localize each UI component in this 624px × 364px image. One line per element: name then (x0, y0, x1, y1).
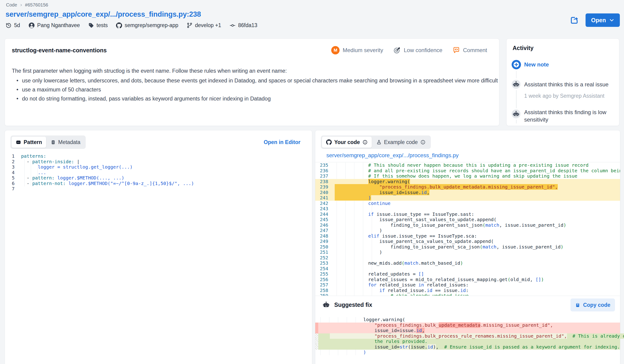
meta-branch: develop +1 (187, 22, 221, 28)
line-number: 250 (315, 244, 332, 250)
diff-line-add: the rules provided. (315, 339, 620, 344)
finding-card: structlog-event-name-conventions M Mediu… (5, 38, 499, 126)
code-line: 258 if related_issue.id == issue.id: (315, 288, 620, 293)
robot-icon (322, 301, 330, 309)
page-title[interactable]: server/semgrep_app/core_exp/.../process_… (5, 10, 201, 19)
tab-example-code[interactable]: Example code (372, 137, 430, 148)
line-number: 252 (315, 255, 332, 261)
comment-code-icon (453, 47, 460, 54)
code-line: 6 - pattern-not: logger.$METHOD("=~/^[0-… (5, 181, 312, 186)
activity-item-label: Assistant thinks this is a real issue (524, 81, 608, 88)
suggested-fix-title: Suggested fix (334, 302, 372, 308)
meta-author: Pang Nganthavee (28, 22, 80, 28)
mode-badge: Comment (453, 47, 487, 54)
line-number: 239 (315, 184, 332, 190)
confidence-badge: Low confidence (393, 47, 442, 54)
code-line: 235 # This should never happen because t… (315, 162, 620, 168)
line-number: 235 (315, 162, 332, 168)
code-line: 253 new_mids.add(match.match_based_id) (315, 260, 620, 266)
severity-medium-icon: M (331, 46, 339, 54)
line-number: 1 (5, 154, 18, 159)
breadcrumb-id: #65760156 (25, 2, 48, 8)
line-number: 237 (315, 173, 332, 179)
diff-line-add: issue_id=str(issue.id), # Ensure issue_i… (315, 344, 620, 350)
tab-your-code[interactable]: Your code (322, 137, 372, 148)
info-icon[interactable] (363, 140, 367, 145)
line-number: 247 (315, 228, 332, 234)
code-tab-group: Your code Example code (321, 135, 431, 149)
share-icon[interactable] (570, 16, 579, 25)
your-code-viewport[interactable]: 235 # This should never happen because t… (315, 162, 620, 296)
finding-rule-item: use a maximum of 50 characters (16, 87, 498, 93)
code-line: 1patterns: (5, 154, 312, 159)
line-number: 256 (315, 277, 332, 283)
code-line: 254 (315, 266, 620, 272)
line-number: 238 (315, 179, 332, 184)
your-code-lines: 235 # This should never happen because t… (315, 162, 620, 296)
code-line: 247 ) (315, 228, 620, 234)
code-line: 3 logger = structlog.get_logger(...) (5, 164, 312, 170)
diff-line-add: "process_findings.bulk_process_rule_rena… (315, 334, 620, 339)
file-link[interactable]: server/semgrep_app/core_exp/.../process_… (326, 152, 459, 159)
tab-pattern[interactable]: Pattern (12, 137, 46, 148)
meta-age: 5d (5, 22, 20, 28)
finding-description: The first parameter when logging with st… (12, 68, 489, 74)
tab-metadata[interactable]: Metadata (47, 137, 84, 148)
meta-commit: 86fda13 (230, 22, 257, 28)
new-note-link[interactable]: New note (524, 61, 549, 68)
activity-item-timestamp: 1 week ago by Semgrep Assistant (524, 93, 604, 99)
info-icon[interactable] (420, 140, 425, 145)
code-line: 242 continue (315, 201, 620, 206)
activity-title: Activity (513, 45, 533, 52)
header-actions: Open (570, 13, 620, 27)
line-number: 253 (315, 260, 332, 266)
tag-icon (88, 23, 94, 28)
code-line: 243 (315, 206, 620, 212)
robot-icon (511, 79, 521, 89)
open-in-editor-link[interactable]: Open in Editor (264, 139, 300, 145)
activity-item-label: Assistant thinks this finding is low sen… (524, 109, 612, 123)
chevron-down-icon (609, 18, 614, 23)
code-line: 256 related_issues = mid_to_related_issu… (315, 277, 620, 283)
code-line: 249 issue_parent_sca_values_to_update.ap… (315, 239, 620, 244)
code-line: 252 (315, 255, 620, 261)
diff-line-ctx: ) (315, 350, 620, 355)
code-line: 2 - pattern-inside: | (5, 159, 312, 165)
code-line: 244 if issue.issue_type == IssueType.sas… (315, 212, 620, 217)
line-number: 244 (315, 212, 332, 217)
git-commit-icon (230, 23, 235, 28)
copy-code-button[interactable]: Copy code (571, 298, 615, 312)
line-number: 259 (315, 293, 332, 296)
chevron-right-icon (20, 3, 23, 7)
code-line: 255 related_updates = [] (315, 271, 620, 277)
line-number: 2 (5, 159, 18, 165)
flask-icon (376, 139, 382, 145)
code-line: 245 issue_parent_sast_values_to_update.a… (315, 217, 620, 223)
line-number: 258 (315, 288, 332, 293)
meta-repo[interactable]: semgrep/semgrep-app (116, 22, 178, 28)
breadcrumb-code[interactable]: Code (6, 2, 17, 8)
finding-badges: M Medium severity Low confidence Comment (331, 46, 487, 54)
robot-icon (511, 109, 521, 119)
activity-panel: Activity New note Assistant thinks this … (506, 38, 619, 126)
finding-rules-list: use only lowercase letters, underscores,… (16, 78, 498, 105)
pattern-tab-group: Pattern Metadata (10, 135, 86, 149)
plus-circle-icon[interactable] (511, 59, 521, 70)
suggested-fix-lines: logger.warning( "process_findings.bulk_u… (315, 317, 620, 355)
code-line: 237 # If this somehow does happen, we lo… (315, 173, 620, 179)
line-number: 5 (5, 175, 18, 181)
line-number: 257 (315, 282, 332, 288)
line-number: 254 (315, 266, 332, 272)
metadata-icon (51, 140, 55, 145)
code-line: 240 issue_id=issue.id, (315, 190, 620, 195)
diff-line-ctx: logger.warning( (315, 317, 620, 323)
history-icon (5, 23, 12, 28)
open-button[interactable]: Open (586, 13, 620, 27)
pattern-icon (16, 140, 21, 145)
finding-rule-item: use only lowercase letters, underscores,… (16, 78, 498, 84)
code-panel: Your code Example code server/semgrep_ap… (315, 130, 620, 364)
line-number: 7 (5, 186, 18, 192)
clipboard-icon (575, 302, 580, 308)
line-number: 236 (315, 168, 332, 174)
finding-rule-item: do not do string formatting, instead, pa… (16, 96, 498, 102)
